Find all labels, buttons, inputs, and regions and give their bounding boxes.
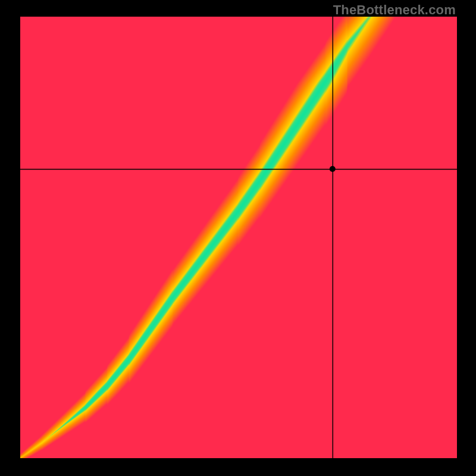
- heatmap-canvas: [20, 17, 457, 458]
- heatmap-plot: [20, 17, 457, 458]
- watermark-text: TheBottleneck.com: [333, 2, 456, 18]
